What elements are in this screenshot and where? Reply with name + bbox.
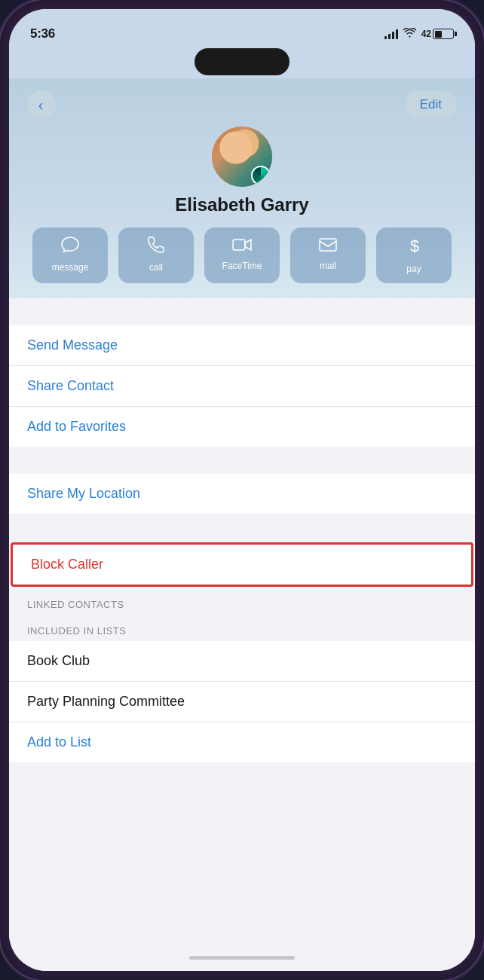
signal-bar-2 [388, 34, 391, 39]
message-icon [61, 237, 79, 258]
linked-contacts-header: LINKED CONTACTS [9, 588, 475, 615]
gap-3 [9, 514, 475, 541]
share-contact-text: Share Contact [27, 378, 114, 394]
status-bar: 5:36 [9, 9, 475, 48]
add-to-list-text: Add to List [27, 734, 91, 750]
wifi-icon [403, 28, 416, 40]
back-button[interactable]: ‹ [27, 90, 56, 119]
status-time: 5:36 [30, 26, 55, 41]
battery-fill [435, 31, 443, 38]
block-caller-text: Block Caller [31, 557, 103, 572]
share-location-text: Share My Location [27, 486, 140, 502]
pay-label: pay [406, 264, 421, 274]
svg-rect-1 [320, 239, 336, 251]
gap-bottom [9, 762, 475, 789]
actions-group-1: Send Message Share Contact Add to Favori… [9, 325, 475, 447]
signal-bar-3 [392, 32, 394, 39]
block-caller-item[interactable]: Block Caller [11, 542, 473, 587]
share-location-item[interactable]: Share My Location [9, 474, 475, 514]
facetime-label: FaceTime [222, 261, 262, 271]
contact-name: Elisabeth Garry [175, 194, 308, 215]
screen: 5:36 [9, 9, 475, 971]
call-button[interactable]: call [118, 227, 194, 283]
pay-button[interactable]: $ pay [376, 227, 452, 283]
call-icon [148, 237, 164, 258]
battery-body [433, 29, 454, 39]
dynamic-island-pill [195, 48, 289, 75]
battery-icon: 42 [421, 29, 454, 39]
svg-rect-0 [233, 240, 245, 250]
svg-text:$: $ [410, 237, 419, 255]
send-message-text: Send Message [27, 337, 118, 353]
gap-2 [9, 447, 475, 474]
home-bar [189, 956, 295, 960]
signal-bars-icon [384, 29, 398, 39]
signal-bar-4 [396, 29, 398, 39]
add-to-favorites-item[interactable]: Add to Favorites [9, 407, 475, 447]
add-to-list-item[interactable]: Add to List [9, 722, 475, 762]
actions-group-2: Share My Location [9, 474, 475, 514]
mail-icon [319, 237, 337, 256]
call-label: call [149, 262, 163, 273]
dynamic-island-area [9, 48, 475, 78]
book-club-item[interactable]: Book Club [9, 641, 475, 682]
mail-label: mail [320, 261, 336, 271]
gap-1 [9, 298, 475, 325]
back-chevron-icon: ‹ [38, 96, 44, 114]
lists-group: Book Club Party Planning Committee Add t… [9, 641, 475, 762]
book-club-text: Book Club [27, 653, 90, 669]
share-contact-item[interactable]: Share Contact [9, 366, 475, 407]
block-caller-card: Block Caller [9, 542, 475, 587]
home-indicator [9, 944, 475, 971]
facetime-icon [232, 237, 252, 256]
message-label: message [52, 262, 89, 273]
phone-frame: 5:36 [0, 0, 484, 980]
add-to-favorites-text: Add to Favorites [27, 419, 126, 435]
facetime-button[interactable]: FaceTime [204, 227, 280, 283]
avatar-image [212, 127, 272, 187]
edit-button[interactable]: Edit [405, 91, 457, 118]
avatar [212, 127, 272, 187]
pay-icon: $ [406, 237, 421, 259]
message-button[interactable]: message [32, 227, 108, 283]
battery-text: 42 [421, 29, 431, 39]
party-planning-text: Party Planning Committee [27, 694, 185, 710]
header-nav: ‹ Edit [27, 90, 457, 119]
status-icons: 42 [384, 28, 454, 40]
included-in-lists-header: INCLUDED IN LISTS [9, 615, 475, 641]
action-buttons: message call [27, 227, 457, 283]
send-message-item[interactable]: Send Message [9, 325, 475, 366]
party-planning-item[interactable]: Party Planning Committee [9, 682, 475, 722]
mail-button[interactable]: mail [290, 227, 366, 283]
contact-header: ‹ Edit Elisabeth Garry message [9, 78, 475, 298]
signal-bar-1 [384, 36, 387, 39]
content-area: Send Message Share Contact Add to Favori… [9, 298, 475, 944]
